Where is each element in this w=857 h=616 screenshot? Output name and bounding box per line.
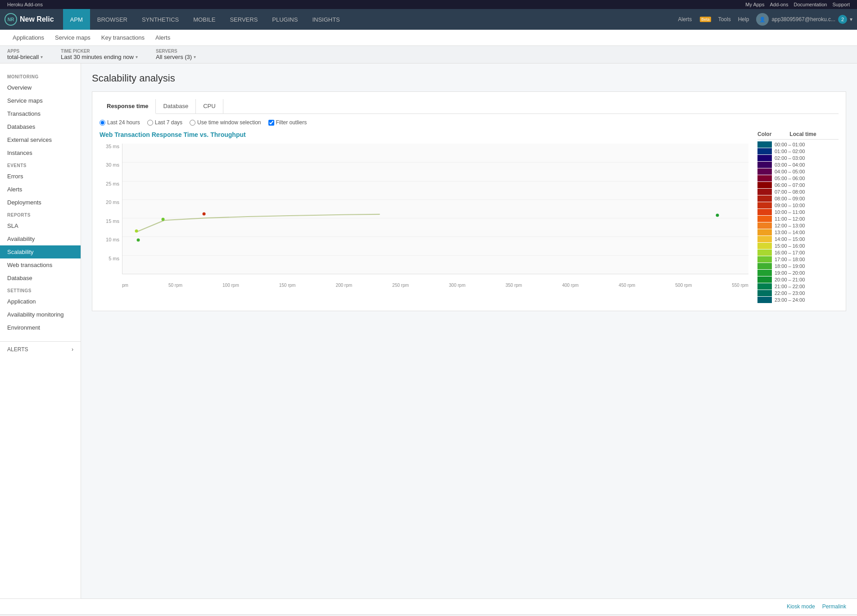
user-chevron[interactable]: ▾	[850, 16, 852, 23]
sub-nav-service-maps[interactable]: Service maps	[50, 30, 96, 46]
legend-color-swatch-17	[757, 256, 772, 263]
legend-time-label-7: 07:00 – 08:00	[775, 189, 805, 195]
servers-value[interactable]: All servers (3) ▾	[156, 54, 196, 60]
nav-tab-browser[interactable]: BROWSER	[90, 9, 135, 30]
documentation-link[interactable]: Documentation	[794, 2, 827, 7]
data-point-4	[202, 213, 205, 216]
legend-item-23: 23:00 – 24:00	[757, 297, 839, 303]
x-label-50: 50 rpm	[168, 283, 182, 288]
tab-response-time[interactable]: Response time	[100, 99, 156, 114]
legend-time-label-9: 09:00 – 10:00	[775, 203, 805, 208]
logo-text: New Relic	[20, 15, 54, 23]
sidebar-alerts-section[interactable]: ALERTS ›	[0, 341, 81, 357]
sidebar-item-transactions[interactable]: Transactions	[0, 107, 81, 120]
legend-item-2: 02:00 – 03:00	[757, 155, 839, 161]
sidebar-item-availability-monitoring[interactable]: Availability monitoring	[0, 308, 81, 321]
site-footer: newrelic.com Get support Privacy Terms 📡…	[0, 614, 857, 616]
nav-tab-apm[interactable]: APM	[63, 9, 90, 30]
servers-label: SERVERS	[156, 49, 196, 54]
sidebar-item-application[interactable]: Application	[0, 295, 81, 308]
support-link[interactable]: Support	[832, 2, 850, 7]
chart-wrapper: Response time Database CPU Last 24 hours…	[92, 91, 846, 311]
sidebar-item-service-maps[interactable]: Service maps	[0, 94, 81, 107]
sidebar-item-overview[interactable]: Overview	[0, 81, 81, 94]
nav-tab-plugins[interactable]: PLUGINS	[265, 9, 305, 30]
sub-nav-key-transactions[interactable]: Key transactions	[96, 30, 150, 46]
tools-menu[interactable]: Tools	[718, 16, 731, 23]
chart-tabs: Response time Database CPU	[100, 99, 839, 114]
sidebar-item-external-services[interactable]: External services	[0, 133, 81, 146]
x-label-500: 500 rpm	[676, 283, 692, 288]
nav-tab-mobile[interactable]: MOBILE	[186, 9, 222, 30]
permalink-link[interactable]: Permalink	[822, 603, 846, 610]
time-picker-text: Last 30 minutes ending now	[61, 54, 134, 60]
sidebar-item-databases[interactable]: Databases	[0, 120, 81, 133]
servers-text: All servers (3)	[156, 54, 192, 60]
sub-nav-alerts[interactable]: Alerts	[150, 30, 176, 46]
sidebar-item-deployments[interactable]: Deployments	[0, 196, 81, 209]
legend-time-label-6: 06:00 – 07:00	[775, 182, 805, 188]
nav-tab-synthetics[interactable]: SYNTHETICS	[135, 9, 186, 30]
apps-value[interactable]: total-briecall ▾	[7, 54, 43, 60]
x-label-300: 300 rpm	[449, 283, 466, 288]
legend-time-label-13: 13:00 – 14:00	[775, 230, 805, 235]
sidebar-item-sla[interactable]: SLA	[0, 219, 81, 232]
nav-tab-insights[interactable]: INSIGHTS	[305, 9, 347, 30]
chart-plot	[122, 144, 748, 274]
apps-selector[interactable]: APPS total-briecall ▾	[7, 49, 43, 60]
chart-options: Last 24 hours Last 7 days Use time windo…	[100, 119, 839, 126]
checkbox-filter-outliers[interactable]: Filter outliers	[268, 119, 307, 126]
data-point-1	[135, 229, 138, 232]
sidebar-item-alerts[interactable]: Alerts	[0, 183, 81, 196]
legend-time-label-20: 20:00 – 21:00	[775, 277, 805, 282]
help-menu[interactable]: Help	[738, 16, 749, 23]
events-section-title: EVENTS	[0, 159, 81, 170]
time-picker-selector[interactable]: TIME PICKER Last 30 minutes ending now ▾	[61, 49, 138, 60]
legend-time-label-22: 22:00 – 23:00	[775, 290, 805, 296]
nav-tab-servers[interactable]: SERVERS	[222, 9, 265, 30]
kiosk-mode-link[interactable]: Kiosk mode	[787, 603, 815, 610]
nav-bar: NR New Relic APM BROWSER SYNTHETICS MOBI…	[0, 9, 857, 30]
alerts-nav-label[interactable]: Alerts	[678, 16, 692, 23]
sidebar-item-availability[interactable]: Availability	[0, 232, 81, 245]
legend-color-swatch-5	[757, 175, 772, 181]
legend-time-header: Local time	[789, 131, 816, 137]
sidebar-item-environment[interactable]: Environment	[0, 321, 81, 334]
radio-last-7d[interactable]: Last 7 days	[147, 119, 182, 126]
radio-time-window[interactable]: Use time window selection	[190, 119, 261, 126]
data-point-5	[716, 213, 719, 217]
legend-color-swatch-8	[757, 195, 772, 202]
throughput-link[interactable]: Throughput	[210, 131, 246, 138]
radio-last-24h[interactable]: Last 24 hours	[100, 119, 140, 126]
legend-item-18: 18:00 – 19:00	[757, 263, 839, 269]
legend-color-swatch-14	[757, 236, 772, 242]
add-ons-link[interactable]: Add-ons	[770, 2, 788, 7]
x-axis: pm 50 rpm 100 rpm 150 rpm 200 rpm 250 rp…	[122, 281, 748, 288]
y-label-35: 35 ms	[106, 144, 119, 149]
notification-badge[interactable]: 2	[838, 15, 847, 24]
tab-database[interactable]: Database	[156, 99, 196, 113]
servers-selector[interactable]: SERVERS All servers (3) ▾	[156, 49, 196, 60]
legend-color-swatch-20	[757, 276, 772, 283]
legend-time-label-12: 12:00 – 13:00	[775, 223, 805, 228]
time-picker-value[interactable]: Last 30 minutes ending now ▾	[61, 54, 138, 60]
sidebar-item-web-transactions[interactable]: Web transactions	[0, 258, 81, 272]
sidebar-item-errors[interactable]: Errors	[0, 170, 81, 183]
sidebar-item-database[interactable]: Database	[0, 272, 81, 285]
sidebar-item-instances[interactable]: Instances	[0, 146, 81, 159]
page-footer: Kiosk mode Permalink	[0, 598, 857, 614]
legend-item-16: 16:00 – 17:00	[757, 249, 839, 256]
color-legend: Color Local time 00:00 – 01:00 01:00 – 0…	[757, 131, 839, 303]
legend-item-4: 04:00 – 05:00	[757, 168, 839, 175]
my-apps-link[interactable]: My Apps	[745, 2, 764, 7]
legend-item-14: 14:00 – 15:00	[757, 236, 839, 242]
legend-time-label-23: 23:00 – 24:00	[775, 297, 805, 303]
legend-color-swatch-16	[757, 249, 772, 256]
sidebar-item-scalability[interactable]: Scalability	[0, 245, 81, 258]
legend-color-swatch-4	[757, 168, 772, 175]
tab-cpu[interactable]: CPU	[196, 99, 223, 113]
data-point-2	[162, 217, 165, 221]
legend-item-17: 17:00 – 18:00	[757, 256, 839, 263]
sub-nav-applications[interactable]: Applications	[7, 30, 50, 46]
legend-item-5: 05:00 – 06:00	[757, 175, 839, 181]
